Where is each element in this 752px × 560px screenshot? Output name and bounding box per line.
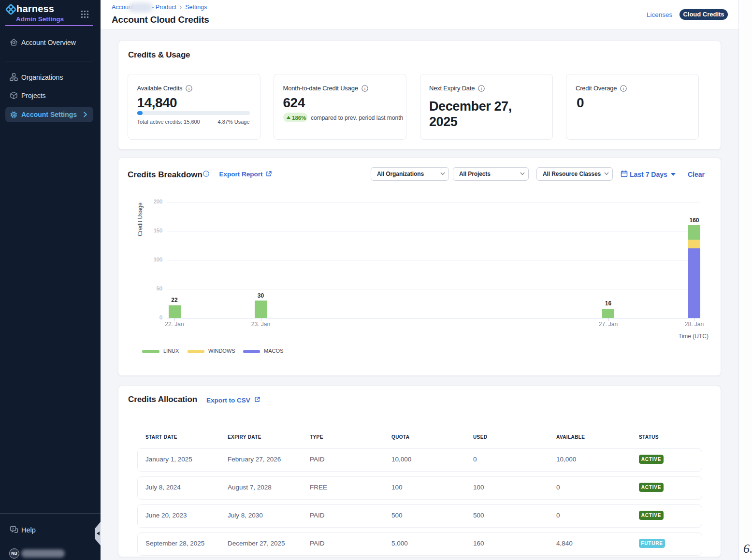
svg-text:i: i	[364, 86, 366, 91]
svg-text:i: i	[188, 86, 190, 91]
svg-text:i: i	[623, 86, 624, 91]
svg-text:i: i	[205, 172, 207, 176]
svg-text:i: i	[481, 86, 482, 91]
svg-text:?: ?	[12, 527, 14, 531]
